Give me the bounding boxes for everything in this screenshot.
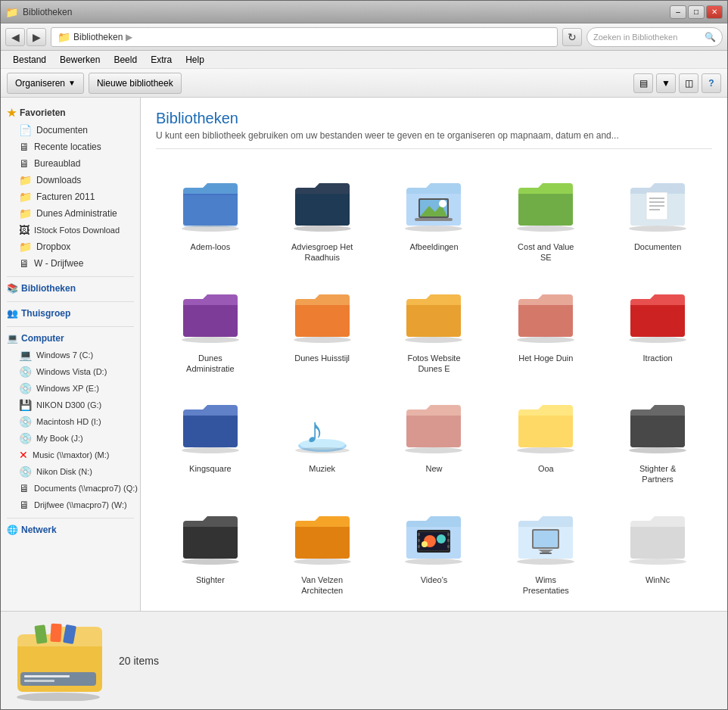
grid-item-ooa[interactable]: Ooa — [491, 386, 600, 491]
grid-item-videos[interactable]: Video's — [380, 497, 489, 603]
view-toggle-button[interactable]: ▤ — [633, 73, 653, 93]
minimize-button[interactable]: – — [670, 5, 686, 19]
grid-item-afbeeldingen[interactable]: Afbeeldingen — [380, 164, 489, 269]
favorites-label: Favorieten — [20, 107, 66, 118]
pane-button[interactable]: ◫ — [679, 73, 698, 93]
grid-item-stighter[interactable]: Stighter — [156, 497, 265, 603]
sidebar-item-istock[interactable]: 🖼 IStock Fotos Download — [1, 222, 140, 238]
grid-item-fotos-website[interactable]: Fotos Website Dunes E — [380, 276, 489, 381]
new-library-button[interactable]: Nieuwe bibliotheek — [89, 73, 182, 94]
title-bar: 📁 Bibliotheken – □ ✕ — [1, 1, 727, 23]
organize-button[interactable]: Organiseren ▼ — [7, 73, 84, 94]
computer-header[interactable]: 💻 Computer — [1, 330, 140, 347]
ooa-label: Ooa — [538, 463, 554, 474]
sidebar-item-dunes-admin[interactable]: 📁 Dunes Administratie — [1, 205, 140, 222]
sidebar-item-facturen[interactable]: 📁 Facturen 2011 — [1, 188, 140, 205]
sidebar-item-windows-vista[interactable]: 💿 Windows Vista (D:) — [1, 363, 140, 380]
doc-icon: 📄 — [19, 124, 32, 136]
divider-1 — [7, 276, 134, 277]
window-title: Bibliotheken — [23, 7, 72, 17]
menu-extra[interactable]: Extra — [145, 53, 178, 67]
favorites-header[interactable]: ★ Favorieten — [1, 104, 140, 122]
grid-item-stighter-partners[interactable]: Stighter & Partners — [603, 386, 712, 491]
documenten-icon-area — [624, 170, 692, 238]
stighter-partners-folder-icon — [627, 399, 688, 453]
grid-item-dunes-huisstijl[interactable]: Dunes Huisstijl — [268, 276, 377, 381]
grid-item-wims[interactable]: Wims Presentaties — [491, 497, 600, 603]
grid-item-winnc[interactable]: WinNc — [603, 497, 712, 603]
sidebar-item-downloads[interactable]: 📁 Downloads — [1, 172, 140, 188]
grid-item-muziek[interactable]: ♪ Muziek — [268, 386, 377, 491]
svg-point-25 — [517, 447, 574, 453]
documenten-label: Documenten — [634, 241, 681, 252]
organize-label: Organiseren — [15, 78, 65, 89]
grid-item-adviesgroep[interactable]: Adviesgroep Het Raadhuis — [268, 164, 377, 269]
sidebar-item-recente-locaties[interactable]: 🖥 Recente locaties — [1, 139, 140, 155]
content-area: Bibliotheken U kunt een bibliotheek gebr… — [141, 98, 727, 611]
menu-beeld[interactable]: Beeld — [107, 53, 143, 67]
downloads-icon: 📁 — [19, 174, 32, 186]
sidebar-item-windows-xp[interactable]: 💿 Windows XP (E:) — [1, 380, 140, 397]
sidebar-item-w-drijfwee[interactable]: 🖥 W - Drijfwee — [1, 255, 140, 272]
netwerk-header[interactable]: 🌐 Netwerk — [1, 522, 140, 538]
menu-bestand[interactable]: Bestand — [7, 53, 52, 67]
sidebar-item-documenten[interactable]: 📄 Documenten — [1, 122, 140, 139]
sidebar-item-drijfwee-mac[interactable]: 🖥 Drijfwee (\\macpro7) (W:) — [1, 497, 140, 513]
desktop-icon: 🖥 — [19, 157, 30, 170]
adem-loos-icon-area — [176, 170, 244, 238]
sidebar-item-bureaublad[interactable]: 🖥 Bureaublad — [1, 155, 140, 172]
star-icon: ★ — [7, 107, 17, 119]
facturen-icon: 📁 — [19, 191, 32, 203]
sidebar-item-label: Dropbox — [36, 241, 70, 252]
svg-rect-37 — [418, 545, 420, 548]
new-icon-area — [400, 392, 468, 460]
maximize-button[interactable]: □ — [688, 5, 705, 19]
grid-item-new[interactable]: New — [380, 386, 489, 491]
sidebar-item-macintosh[interactable]: 💿 Macintosh HD (I:) — [1, 413, 140, 430]
menu-help[interactable]: Help — [179, 53, 210, 67]
svg-point-7 — [517, 226, 574, 232]
svg-rect-51 — [24, 675, 70, 677]
svg-point-46 — [629, 559, 686, 565]
search-box[interactable]: Zoeken in Bibliotheken 🔍 — [586, 27, 723, 47]
address-box[interactable]: 📁 Bibliotheken ▶ — [51, 27, 558, 47]
menu-bewerken[interactable]: Bewerken — [54, 53, 106, 67]
sidebar-item-mybook[interactable]: 💿 My Book (J:) — [1, 430, 140, 447]
sidebar-item-nikon-disk[interactable]: 💿 Nikon Disk (N:) — [1, 463, 140, 480]
adviesgroep-icon-area — [288, 170, 356, 238]
back-button[interactable]: ◀ — [5, 28, 25, 46]
grid-item-documenten[interactable]: Documenten — [603, 164, 712, 269]
svg-point-19 — [182, 447, 239, 453]
forward-button[interactable]: ▶ — [26, 28, 46, 46]
help-button[interactable]: ? — [702, 73, 721, 93]
videos-icon-area — [400, 503, 468, 571]
grid-item-van-velzen[interactable]: Van Velzen Architecten — [268, 497, 377, 603]
sidebar-item-documents-mac[interactable]: 🖥 Documents (\\macpro7) (Q:) — [1, 480, 140, 497]
fotos-website-folder-icon — [403, 288, 464, 343]
toolbar-right: ▤ ▼ ◫ ? — [633, 73, 721, 93]
sidebar-item-dropbox[interactable]: 📁 Dropbox — [1, 238, 140, 255]
close-button[interactable]: ✕ — [706, 5, 723, 19]
sidebar-item-windows7[interactable]: 💻 Windows 7 (C:) — [1, 347, 140, 363]
bibliotheken-header[interactable]: 📚 Bibliotheken — [1, 280, 140, 297]
muziek-folder-icon: ♪ — [292, 399, 353, 453]
istock-icon: 🖼 — [19, 224, 30, 236]
view-arrow-button[interactable]: ▼ — [656, 73, 676, 93]
van-velzen-icon-area — [288, 503, 356, 571]
svg-point-14 — [182, 337, 239, 343]
sidebar-item-nikon-d300[interactable]: 💾 NIKON D300 (G:) — [1, 397, 140, 413]
grid-item-kingsquare[interactable]: Kingsquare — [156, 386, 265, 491]
refresh-button[interactable]: ↻ — [562, 28, 582, 46]
stighter-partners-label: Stighter & Partners — [624, 463, 692, 485]
grid-item-cost-value[interactable]: Cost and Value SE — [491, 164, 600, 269]
sidebar: ★ Favorieten 📄 Documenten 🖥 Recente loca… — [1, 98, 141, 611]
dunes-huisstijl-icon-area — [288, 282, 356, 350]
grid-item-itraction[interactable]: Itraction — [603, 276, 712, 381]
thuisgroep-header[interactable]: 👥 Thuisgroep — [1, 305, 140, 322]
sidebar-item-music-maxtor[interactable]: ✕ Music (\\maxtor) (M:) — [1, 447, 140, 463]
videos-label: Video's — [421, 575, 448, 585]
mac-icon: 💿 — [19, 416, 32, 428]
grid-item-dunes-admin[interactable]: Dunes Administratie — [156, 276, 265, 381]
grid-item-adem-loos[interactable]: Adem-loos — [156, 164, 265, 269]
grid-item-het-hoge-duin[interactable]: Het Hoge Duin — [491, 276, 600, 381]
